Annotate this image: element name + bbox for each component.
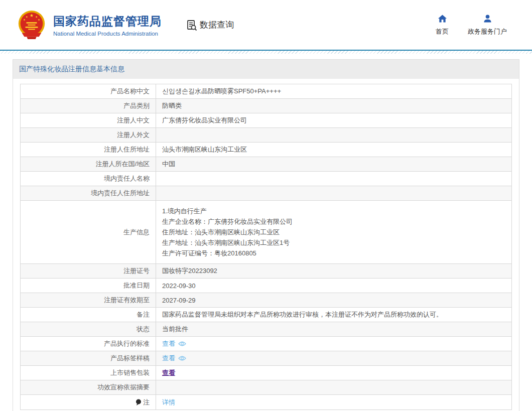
row-value: 1.境内自行生产 生产企业名称：广东倩芬化妆品实业有限公司 住所地址：汕头市潮南… (156, 201, 511, 263)
row-label: 产品执行的标准 (21, 337, 156, 351)
national-emblem-logo (16, 9, 47, 41)
table-row-registrant-country: 注册人所在国/地区 中国 (21, 157, 511, 172)
info-table: 产品名称中文 신입생손길水晶防晒喷雾SPF50+PA++++ 产品类别 防晒类 … (20, 84, 512, 410)
view-standard-link[interactable]: 查看 (162, 339, 175, 348)
site-subtitle-en: National Medical Products Administration (53, 31, 162, 37)
row-label: 状态 (21, 322, 156, 336)
production-line: 1.境内自行生产 (162, 206, 293, 216)
home-icon (438, 14, 447, 23)
table-row-domestic-responsible-name: 境内责任人名称 (21, 172, 511, 186)
row-label: 注册证有效期至 (21, 293, 156, 307)
site-header: 国家药品监督管理局 National Medical Products Admi… (0, 0, 532, 50)
view-packaging-link[interactable]: 查看 (162, 368, 175, 377)
table-row-product-standard: 产品执行的标准 查看 (21, 337, 511, 351)
row-value: 查看 (156, 337, 511, 351)
row-label: 备注 (21, 308, 156, 322)
table-row-product-category: 产品类别 防晒类 (21, 99, 511, 113)
table-row-label-draft: 产品标签样稿 查看 (21, 351, 511, 366)
data-query-section[interactable]: 数据查询 (186, 19, 234, 31)
row-value: 2022-09-30 (156, 279, 511, 293)
table-row-registration-number: 注册证号 国妆特字20223092 (21, 264, 511, 279)
row-label: 功效宣称依据摘要 (21, 380, 156, 394)
note-label-text: 注 (143, 398, 150, 407)
row-value: 查看 (156, 366, 511, 380)
nav-home[interactable]: 首页 (436, 14, 449, 36)
view-label-draft-link[interactable]: 查看 (162, 354, 175, 363)
row-label: 批准日期 (21, 279, 156, 293)
row-label: 注册证号 (21, 264, 156, 278)
production-info-lines: 1.境内自行生产 生产企业名称：广东倩芬化妆品实业有限公司 住所地址：汕头市潮南… (162, 203, 293, 261)
table-row-note: 注 详情 (21, 395, 511, 409)
row-label: 生产信息 (21, 201, 156, 263)
table-row-efficacy-summary: 功效宣称依据摘要 (21, 380, 511, 395)
top-nav: 首页 政务服务门户 (436, 14, 516, 36)
row-value: 汕头市潮南区峡山东沟工业区 (156, 143, 511, 157)
row-label: 产品名称中文 (21, 84, 156, 98)
row-label: 产品类别 (21, 99, 156, 113)
nav-home-label: 首页 (436, 27, 449, 36)
table-row-approval-date: 批准日期 2022-09-30 (21, 279, 511, 293)
note-details-link[interactable]: 详情 (162, 398, 175, 407)
row-label: 注册人所在国/地区 (21, 157, 156, 171)
production-line: 生产地址：汕头市潮南区峡山东沟工业区1号 (162, 237, 293, 248)
row-label: 上市销售包装 (21, 366, 156, 380)
eye-icon (178, 355, 186, 361)
user-icon (483, 14, 492, 23)
page-title: 国产特殊化妆品注册信息基本信息 (13, 60, 519, 79)
table-row-status: 状态 当前批件 (21, 322, 511, 337)
row-value: 2027-09-29 (156, 293, 511, 307)
production-line: 生产企业名称：广东倩芬化妆品实业有限公司 (162, 216, 293, 227)
production-line: 生产许可证编号：粤妆20160805 (162, 248, 293, 258)
row-label: 注 (21, 395, 156, 409)
row-value: 查看 (156, 351, 511, 365)
row-value: 当前批件 (156, 322, 511, 336)
content-panel: 国产特殊化妆品注册信息基本信息 产品名称中文 신입생손길水晶防晒喷雾SPF50+… (13, 59, 519, 411)
table-row-production-info: 生产信息 1.境内自行生产 生产企业名称：广东倩芬化妆品实业有限公司 住所地址：… (21, 201, 511, 264)
row-value: 国家药品监督管理局未组织对本产品所称功效进行审核，本注册证不作为对产品所称功效的… (156, 308, 511, 322)
row-value: 防晒类 (156, 99, 511, 113)
row-label: 注册人住所地址 (21, 143, 156, 157)
nav-portal[interactable]: 政务服务门户 (468, 14, 507, 36)
row-label: 境内责任人名称 (21, 172, 156, 186)
brand-block: 国家药品监督管理局 National Medical Products Admi… (53, 14, 162, 37)
row-value (156, 128, 511, 142)
row-label: 注册人中文 (21, 113, 156, 127)
table-row-registrant-foreign: 注册人外文 (21, 128, 511, 143)
row-value (156, 186, 511, 200)
table-row-domestic-responsible-address: 境内责任人住所地址 (21, 186, 511, 201)
row-value: 广东倩芬化妆品实业有限公司 (156, 113, 511, 127)
header-hatch-stripe (0, 51, 532, 54)
nav-portal-label: 政务服务门户 (468, 27, 507, 36)
eye-icon (178, 341, 186, 347)
doc-search-icon (186, 19, 198, 31)
row-value (156, 380, 511, 394)
table-row-valid-until: 注册证有效期至 2027-09-29 (21, 293, 511, 308)
table-row-product-name: 产品名称中文 신입생손길水晶防晒喷雾SPF50+PA++++ (21, 84, 511, 99)
table-row-remarks: 备注 国家药品监督管理局未组织对本产品所称功效进行审核，本注册证不作为对产品所称… (21, 308, 511, 322)
table-row-registrant-cn: 注册人中文 广东倩芬化妆品实业有限公司 (21, 113, 511, 128)
row-value: 신입생손길水晶防晒喷雾SPF50+PA++++ (156, 84, 511, 98)
data-query-label: 数据查询 (200, 19, 234, 31)
production-line: 住所地址：汕头市潮南区峡山东沟工业区 (162, 227, 293, 237)
row-value (156, 172, 511, 186)
row-label: 境内责任人住所地址 (21, 186, 156, 200)
row-label: 注册人外文 (21, 128, 156, 142)
row-value: 详情 (156, 395, 511, 409)
row-value: 中国 (156, 157, 511, 171)
comment-icon (136, 399, 142, 406)
site-title: 国家药品监督管理局 (53, 14, 162, 29)
row-value: 国妆特字20223092 (156, 264, 511, 278)
table-row-sales-packaging: 上市销售包装 查看 (21, 366, 511, 380)
row-label: 产品标签样稿 (21, 351, 156, 365)
table-row-registrant-address: 注册人住所地址 汕头市潮南区峡山东沟工业区 (21, 143, 511, 157)
